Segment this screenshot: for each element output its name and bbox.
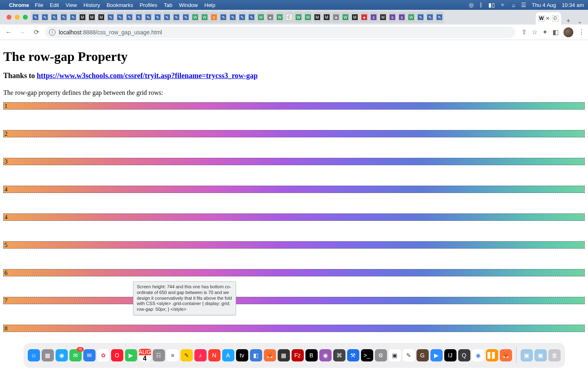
active-tab[interactable]: W ✕ G	[536, 12, 561, 25]
dock-app-contacts[interactable]: ☷	[153, 349, 165, 361]
background-tab[interactable]: ✎	[219, 11, 228, 23]
background-tab[interactable]: W	[341, 11, 350, 23]
dock-app-bold-b[interactable]: B	[305, 349, 318, 361]
background-tab[interactable]: M	[87, 11, 96, 23]
window-zoom-button[interactable]	[23, 15, 28, 20]
extensions-icon[interactable]: ✦	[542, 28, 548, 36]
background-tab[interactable]: W	[294, 11, 303, 23]
menu-window[interactable]: Window	[179, 2, 198, 8]
background-tab[interactable]: ✎	[50, 11, 59, 23]
menu-view[interactable]: View	[65, 2, 77, 8]
wifi-icon[interactable]: ᯤ	[501, 2, 506, 8]
dock-app-notes[interactable]: ✎	[180, 349, 193, 361]
menu-tab[interactable]: Tab	[164, 2, 172, 8]
dock-app-photos[interactable]: ✿	[97, 349, 109, 361]
background-tab[interactable]: M	[78, 11, 87, 23]
background-tab[interactable]: M	[97, 11, 106, 23]
background-tab[interactable]: ✎	[435, 11, 444, 23]
background-tab[interactable]: ✎	[172, 11, 181, 23]
dock-app-filezilla[interactable]: Fz	[292, 349, 304, 361]
dock-app-vm[interactable]: ▣	[389, 349, 401, 361]
back-button[interactable]: ←	[3, 27, 14, 38]
background-tab[interactable]: ✎	[163, 11, 172, 23]
window-minimize-button[interactable]	[15, 15, 20, 20]
background-tab[interactable]: M	[350, 11, 359, 23]
dock-app-appletv[interactable]: tv	[236, 349, 248, 361]
dock-app-calendar[interactable]: AUG4	[139, 349, 151, 361]
dock-app-podcasts[interactable]: ◉	[319, 349, 332, 361]
dock-app-appstore[interactable]: A	[222, 349, 234, 361]
sidepanel-icon[interactable]: ◧	[552, 28, 559, 36]
background-tab[interactable]: ✎	[59, 11, 68, 23]
background-tab[interactable]: M	[379, 11, 388, 23]
control-center-icon[interactable]: ☰	[521, 2, 526, 8]
dock-app-music[interactable]: ♪	[194, 349, 207, 361]
dock-app-dev[interactable]: ⌘	[333, 349, 345, 361]
dock-app-zoom[interactable]: ▶	[430, 349, 443, 361]
background-tab[interactable]: s	[397, 11, 406, 23]
site-info-icon[interactable]: i	[49, 29, 56, 36]
dock-app-calculator[interactable]: ▦	[278, 349, 290, 361]
tab-overflow-button[interactable]: ⌄	[574, 18, 586, 25]
background-tab[interactable]: ●	[360, 11, 369, 23]
menubar-date[interactable]: Thu 4 Aug	[532, 2, 556, 8]
background-tab[interactable]: ✎	[153, 11, 162, 23]
background-tab[interactable]: M	[313, 11, 322, 23]
battery-icon[interactable]: ▮▯	[488, 2, 495, 8]
background-tab[interactable]: ✎	[144, 11, 153, 23]
dock-app-finder[interactable]: ☺	[28, 349, 40, 361]
background-tab[interactable]: s	[388, 11, 397, 23]
background-tab[interactable]: ✎	[116, 11, 125, 23]
dock-app-safari[interactable]: ◉	[56, 349, 68, 361]
background-tab[interactable]: ✎	[69, 11, 78, 23]
dock-app-folder[interactable]: ▣	[521, 349, 533, 361]
dock-app-gimp[interactable]: G	[416, 349, 429, 361]
menu-bookmarks[interactable]: Bookmarks	[107, 2, 133, 8]
background-tab[interactable]: W	[200, 11, 209, 23]
background-tab[interactable]: ✎	[247, 11, 256, 23]
forward-button[interactable]: →	[17, 27, 28, 38]
menu-edit[interactable]: Edit	[50, 2, 59, 8]
background-tab[interactable]: W	[256, 11, 265, 23]
spotlight-icon[interactable]: ⌕	[512, 2, 515, 8]
bookmark-icon[interactable]: ☆	[532, 28, 537, 36]
background-tab[interactable]: ✎	[31, 11, 40, 23]
share-icon[interactable]: ⇪	[521, 28, 527, 36]
address-bar[interactable]: i localhost:8888/css_row_gap_usage.html	[45, 27, 515, 38]
background-tab[interactable]: ●	[332, 11, 341, 23]
background-tab[interactable]: s	[369, 11, 378, 23]
chrome-menu-icon[interactable]: ⋮	[578, 28, 585, 36]
background-tab[interactable]: M	[322, 11, 331, 23]
background-tab[interactable]: ✎	[40, 11, 49, 23]
background-tab[interactable]: s	[209, 11, 218, 23]
menu-profiles[interactable]: Profiles	[140, 2, 157, 8]
background-tab[interactable]: W	[303, 11, 312, 23]
profile-avatar[interactable]	[564, 27, 573, 37]
new-tab-button[interactable]: +	[563, 17, 574, 25]
reload-button[interactable]: ⟳	[31, 27, 42, 38]
dock-app-launchpad[interactable]: ▦	[42, 349, 54, 361]
dock-app-terminal[interactable]: >_	[361, 349, 373, 361]
background-tab[interactable]: ✎	[134, 11, 143, 23]
dock-app-opera[interactable]: O	[111, 349, 123, 361]
dock-app-preview[interactable]: ◧	[250, 349, 262, 361]
background-tab[interactable]: W	[407, 11, 416, 23]
menubar-time[interactable]: 10:34 am	[562, 2, 584, 8]
background-tab[interactable]: G	[285, 11, 294, 23]
bluetooth-icon[interactable]: ᛒ	[479, 2, 483, 8]
active-tab-close-icon[interactable]: ✕	[546, 16, 550, 21]
background-tab[interactable]: ✎	[425, 11, 434, 23]
dock-app-firefox-dev[interactable]: 🦊	[500, 349, 512, 361]
background-tab[interactable]: W	[191, 11, 200, 23]
dock-app-news[interactable]: N	[208, 349, 220, 361]
screencast-icon[interactable]: ◎	[469, 2, 474, 8]
menu-file[interactable]: File	[35, 2, 43, 8]
dock-app-trash[interactable]: 🗑	[548, 349, 561, 361]
dock-app-mail[interactable]: ✉	[83, 349, 96, 361]
dock-app-quicktime[interactable]: Q	[458, 349, 470, 361]
dock-app-folder2[interactable]: ▣	[535, 349, 547, 361]
background-tab[interactable]: ●	[266, 11, 275, 23]
dock-app-messages[interactable]: ✉	[69, 349, 82, 361]
background-tab[interactable]: ✎	[416, 11, 425, 23]
background-tab[interactable]: ✎	[106, 11, 115, 23]
